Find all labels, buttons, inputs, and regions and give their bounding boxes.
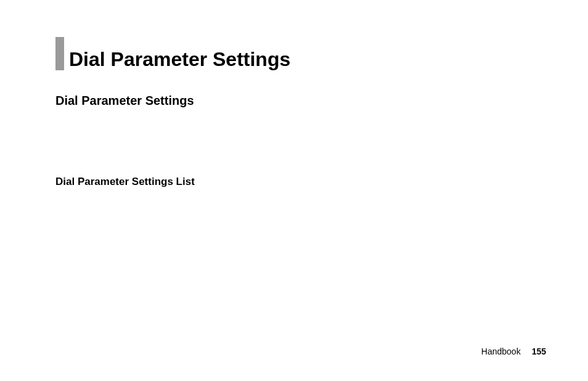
page-footer: Handbook155 — [481, 346, 546, 356]
footer-label: Handbook — [481, 346, 521, 356]
subsection-title: Dial Parameter Settings List — [55, 176, 533, 188]
title-block: Dial Parameter Settings — [55, 37, 533, 70]
document-page: Dial Parameter Settings Dial Parameter S… — [0, 0, 588, 381]
title-accent-bar — [55, 37, 64, 70]
footer-page-number: 155 — [532, 346, 546, 356]
section-title: Dial Parameter Settings — [55, 94, 533, 108]
main-title: Dial Parameter Settings — [69, 49, 290, 70]
